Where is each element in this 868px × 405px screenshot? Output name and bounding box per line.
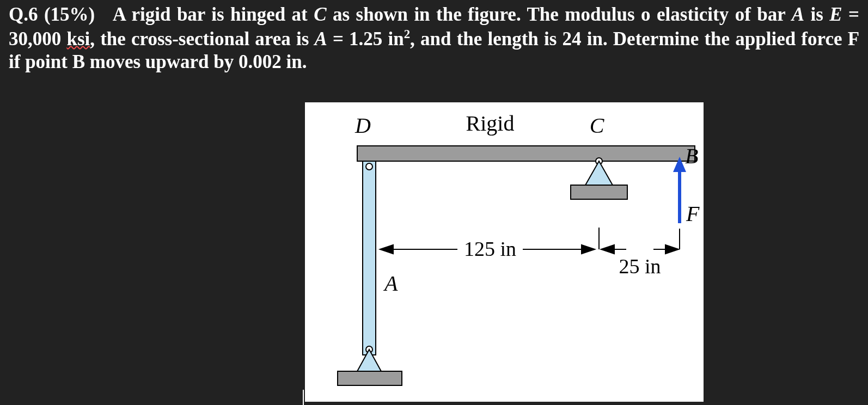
label-D: D [354, 113, 371, 138]
svg-marker-12 [665, 245, 678, 254]
diagram-svg: D Rigid C B F A 125 in 25 in [305, 102, 704, 402]
q-text-2f: , and the length is 24 in. [410, 28, 608, 49]
support-A-ground [338, 371, 402, 385]
support-A-triangle [357, 349, 381, 371]
sym-C: C [314, 4, 326, 25]
sym-E: E [829, 4, 842, 25]
q-text-1b: as shown in the figure. The modulus o el… [327, 4, 751, 25]
sup-2: 2 [404, 27, 410, 41]
q-text-1a: A rigid bar is hinged at [113, 4, 314, 25]
figure: D Rigid C B F A 125 in 25 in [305, 102, 704, 402]
question-number: Q.6 [9, 4, 38, 25]
label-B: B [685, 144, 698, 168]
svg-marker-11 [601, 245, 614, 254]
sym-A2: A [314, 28, 327, 49]
force-arrow-F [673, 157, 686, 223]
bar-A [363, 161, 376, 355]
question-weight: (15%) [44, 4, 95, 25]
dim-125-text: 125 in [464, 237, 516, 260]
pin-top-A [366, 163, 372, 170]
q-text-2a: bar [757, 4, 791, 25]
sym-A1: A [792, 4, 804, 25]
support-C-triangle [585, 161, 613, 185]
rigid-bar [357, 146, 695, 161]
support-C-ground [571, 185, 627, 199]
svg-marker-5 [380, 245, 393, 254]
ksi-wavy: ksi [66, 28, 90, 49]
q-text-2b: is [804, 4, 829, 25]
text-cursor [303, 390, 304, 405]
q-text-2d: , the cross-sectional area is [90, 28, 314, 49]
label-A: A [383, 271, 398, 296]
label-F: F [686, 201, 700, 226]
svg-marker-6 [582, 245, 595, 254]
dimension-25 [599, 228, 680, 254]
dim-25-text: 25 in [619, 255, 661, 278]
question-text: Q.6 (15%) A rigid bar is hinged at C as … [9, 3, 859, 74]
q-text-2e: = 1.25 in [327, 28, 404, 49]
label-Rigid: Rigid [466, 111, 515, 136]
label-C: C [590, 113, 605, 138]
